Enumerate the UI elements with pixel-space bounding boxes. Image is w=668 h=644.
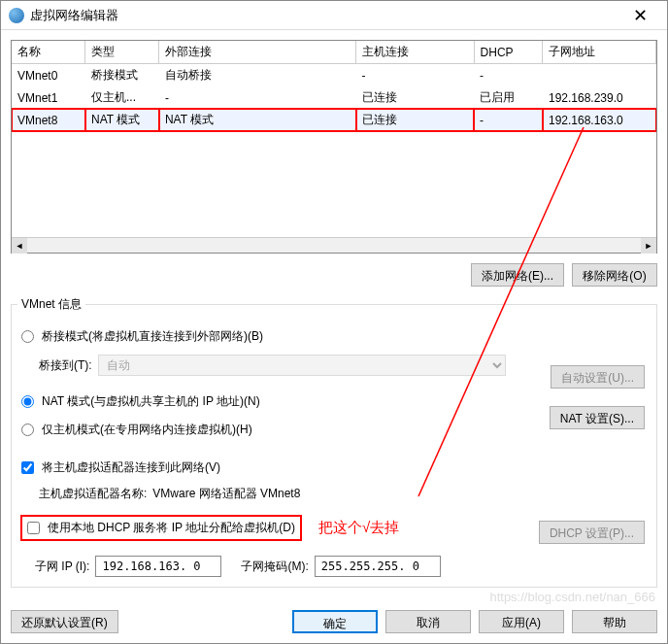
titlebar: 虚拟网络编辑器 ✕ [1,1,667,30]
scroll-left-icon[interactable]: ◄ [12,238,27,254]
cell: - [356,64,475,87]
bridge-to-label: 桥接到(T): [39,357,92,374]
table-header: 名称 类型 外部连接 主机连接 DHCP 子网地址 [12,41,656,64]
nat-mode-radio[interactable] [21,395,34,408]
vmnet-info-legend: VMnet 信息 [17,296,85,313]
table-row-selected[interactable]: VMnet8 NAT 模式 NAT 模式 已连接 - 192.168.163.0 [12,109,656,131]
cell: 已启用 [474,86,543,109]
col-type[interactable]: 类型 [85,41,159,64]
cell: - [159,86,356,109]
hostonly-mode-radio[interactable] [21,424,34,436]
cell: 自动桥接 [159,64,356,87]
col-external[interactable]: 外部连接 [159,41,356,64]
cell: 已连接 [356,86,475,109]
restore-defaults-button[interactable]: 还原默认设置(R) [11,610,118,633]
table-row[interactable]: VMnet0 桥接模式 自动桥接 - - [12,64,656,87]
nat-settings-button[interactable]: NAT 设置(S)... [550,406,645,429]
cell: VMnet1 [12,86,85,109]
close-icon[interactable]: ✕ [620,2,659,29]
cell: 192.168.239.0 [543,86,656,109]
horizontal-scrollbar[interactable]: ◄ ► [12,237,656,253]
bridge-to-select[interactable]: 自动 [98,355,506,376]
subnet-ip-input[interactable] [95,556,221,577]
subnet-mask-label: 子网掩码(M): [241,559,308,575]
cell: NAT 模式 [159,109,356,131]
nat-mode-label: NAT 模式(与虚拟机共享主机的 IP 地址)(N) [42,393,260,410]
remove-network-button[interactable]: 移除网络(O) [572,263,657,287]
cell: NAT 模式 [85,109,159,131]
col-name[interactable]: 名称 [12,41,85,64]
col-host[interactable]: 主机连接 [356,41,475,64]
cell: 桥接模式 [85,64,159,87]
cell: 已连接 [356,109,475,131]
table-row[interactable]: VMnet1 仅主机... - 已连接 已启用 192.168.239.0 [12,86,656,109]
adapter-name-value: VMware 网络适配器 VMnet8 [152,486,300,502]
bridge-mode-radio[interactable] [21,330,34,343]
subnet-mask-input[interactable] [315,556,441,577]
adapter-name-label: 主机虚拟适配器名称: [39,486,147,502]
network-table: 名称 类型 外部连接 主机连接 DHCP 子网地址 VMnet0 桥接模式 自动… [11,40,657,254]
annotation-text: 把这个√去掉 [318,519,399,537]
subnet-ip-label: 子网 IP (I): [35,559,89,575]
app-icon [9,8,24,23]
bridge-mode-label: 桥接模式(将虚拟机直接连接到外部网络)(B) [42,328,263,345]
cell [543,64,656,87]
use-dhcp-label: 使用本地 DHCP 服务将 IP 地址分配给虚拟机(D) [48,520,295,536]
connect-host-label: 将主机虚拟适配器连接到此网络(V) [42,459,220,476]
scroll-right-icon[interactable]: ► [641,238,656,254]
ok-button[interactable]: 确定 [292,610,378,633]
cell: - [474,109,543,131]
cell: VMnet8 [12,109,85,131]
help-button[interactable]: 帮助 [572,610,657,633]
vmnet-info-group: VMnet 信息 桥接模式(将虚拟机直接连接到外部网络)(B) 桥接到(T): … [11,296,657,588]
dhcp-settings-button[interactable]: DHCP 设置(P)... [539,521,645,544]
hostonly-mode-label: 仅主机模式(在专用网络内连接虚拟机)(H) [42,422,252,438]
cell: 仅主机... [85,86,159,109]
cancel-button[interactable]: 取消 [385,610,471,633]
add-network-button[interactable]: 添加网络(E)... [471,263,564,287]
use-dhcp-checkbox[interactable] [27,522,40,534]
col-dhcp[interactable]: DHCP [474,41,543,64]
apply-button[interactable]: 应用(A) [479,610,564,633]
cell: VMnet0 [12,64,85,87]
connect-host-checkbox[interactable] [21,461,34,474]
cell: - [474,64,543,87]
auto-settings-button[interactable]: 自动设置(U)... [551,365,645,389]
col-subnet[interactable]: 子网地址 [543,41,656,64]
cell: 192.168.163.0 [543,109,656,131]
window-title: 虚拟网络编辑器 [30,7,620,24]
